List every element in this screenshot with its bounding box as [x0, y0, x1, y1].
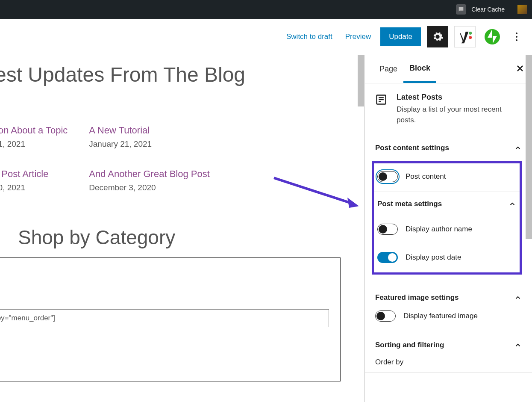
gear-icon	[432, 31, 444, 43]
editor-header: Switch to draft Preview Update	[0, 19, 532, 55]
post-date: January 21, 2021	[89, 139, 210, 149]
admin-bar: Clear Cache	[0, 0, 532, 19]
post-item[interactable]: A New Tutorial January 21, 2021	[89, 125, 210, 149]
editor-canvas[interactable]: est Updates From The Blog tion About a T…	[0, 55, 364, 402]
canvas-scrollbar[interactable]	[358, 55, 364, 106]
post-title[interactable]: And Another Great Blog Post	[89, 168, 210, 180]
shortcode-input[interactable]	[0, 309, 329, 327]
latest-posts-block[interactable]: tion About a Topic 21, 2021 g Post Artic…	[0, 125, 364, 192]
tab-block[interactable]: Block	[403, 55, 436, 83]
settings-sidebar: Page Block Latest Posts Display a list o…	[364, 55, 532, 402]
post-title[interactable]: A New Tutorial	[89, 125, 210, 136]
user-avatar[interactable]	[517, 5, 527, 14]
block-card: Latest Posts Display a list of your most…	[365, 83, 532, 135]
post-date: 21, 2021	[0, 139, 68, 149]
post-date: December 3, 2020	[89, 183, 210, 192]
yoast-icon	[458, 30, 472, 44]
yoast-button[interactable]	[454, 26, 476, 47]
svg-marker-4	[347, 198, 359, 208]
post-title[interactable]: g Post Article	[0, 168, 68, 180]
date-toggle-row: Display post date	[374, 244, 520, 272]
preview-link[interactable]: Preview	[342, 33, 374, 41]
post-content-toggle-row: Post content	[374, 163, 520, 192]
display-author-toggle[interactable]	[377, 224, 398, 235]
close-icon	[517, 65, 523, 72]
post-item[interactable]: tion About a Topic 21, 2021	[0, 125, 68, 149]
block-description: Display a list of your most recent posts…	[397, 104, 522, 125]
svg-point-1	[469, 36, 472, 39]
featured-image-toggle[interactable]	[375, 310, 396, 322]
toggle-label: Display author name	[406, 225, 472, 234]
chevron-up-icon	[508, 200, 516, 208]
clear-cache-menu[interactable]: Clear Cache	[451, 4, 510, 15]
featured-image-toggle-row: Display featured image	[365, 310, 532, 332]
svg-point-2	[485, 29, 500, 44]
display-date-toggle[interactable]	[377, 252, 398, 263]
chevron-up-icon	[514, 144, 522, 152]
clear-cache-label: Clear Cache	[471, 6, 505, 13]
update-button[interactable]: Update	[380, 27, 421, 46]
annotation-highlight-box: Post content Post meta settings Display …	[372, 161, 522, 275]
post-item[interactable]: g Post Article 20, 2021	[0, 168, 68, 192]
post-date: 20, 2021	[0, 183, 68, 192]
jetpack-button[interactable]	[482, 26, 503, 47]
post-content-toggle[interactable]	[377, 171, 398, 182]
order-by-label: Order by	[365, 358, 532, 372]
panel-toggle-post-content[interactable]: Post content settings	[365, 135, 532, 161]
post-item[interactable]: And Another Great Blog Post December 3, …	[89, 168, 210, 192]
shop-heading[interactable]: Shop by Category	[18, 226, 364, 249]
author-toggle-row: Display author name	[374, 216, 520, 244]
latest-posts-icon	[375, 94, 387, 106]
tab-page[interactable]: Page	[373, 55, 403, 83]
sidebar-tabs: Page Block	[365, 55, 532, 83]
panel-toggle-featured-image[interactable]: Featured image settings	[365, 285, 532, 310]
panel-toggle-sorting[interactable]: Sorting and filtering	[365, 332, 532, 358]
post-title[interactable]: tion About a Topic	[0, 125, 68, 136]
more-menu-button[interactable]	[509, 26, 524, 47]
panel-post-content: Post content settings	[365, 135, 532, 161]
comment-icon	[456, 4, 466, 15]
settings-button[interactable]	[427, 26, 448, 47]
toggle-label: Post content	[406, 172, 446, 181]
jetpack-icon	[484, 28, 501, 45]
window-scrollbar[interactable]	[526, 55, 532, 239]
chevron-up-icon	[514, 341, 522, 349]
panel-sorting: Sorting and filtering Order by	[365, 332, 532, 373]
svg-point-0	[469, 32, 472, 35]
toggle-label: Display featured image	[403, 312, 478, 320]
blog-heading[interactable]: est Updates From The Blog	[0, 63, 364, 86]
panel-featured-image: Featured image settings Display featured…	[365, 285, 532, 332]
category-block[interactable]	[0, 257, 341, 381]
switch-to-draft-link[interactable]: Switch to draft	[283, 33, 336, 41]
panel-toggle-post-meta[interactable]: Post meta settings	[374, 192, 520, 216]
close-sidebar-button[interactable]	[517, 65, 523, 74]
block-name: Latest Posts	[397, 93, 522, 102]
chevron-up-icon	[514, 294, 522, 302]
toggle-label: Display post date	[406, 253, 461, 262]
